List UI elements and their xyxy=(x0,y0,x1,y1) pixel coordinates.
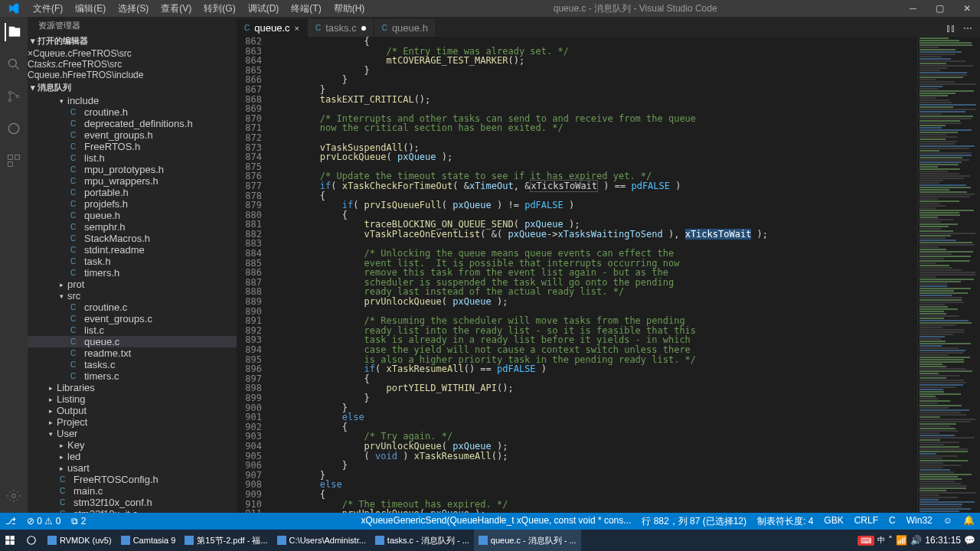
file-item[interactable]: Ccroutine.c xyxy=(28,302,237,313)
folder-item[interactable]: ▸ led xyxy=(28,451,237,462)
code-editor[interactable]: { /* Entry time was already set. */ mtCO… xyxy=(271,37,917,513)
folder-item[interactable]: ▸ Listing xyxy=(28,393,237,405)
notifications-icon[interactable]: 💬 xyxy=(964,535,975,546)
open-editor-item[interactable]: Cqueue.hFreeTROS\include xyxy=(28,70,237,80)
status-item[interactable]: ⧉ 2 xyxy=(66,516,91,527)
taskbar-item[interactable]: tasks.c - 消息队列 - ... xyxy=(371,530,474,551)
file-item[interactable]: CFreeRTOSConfig.h xyxy=(28,474,237,485)
taskbar-item[interactable]: C:\Users\Administr... xyxy=(273,530,371,551)
open-editor-item[interactable]: ×Cqueue.cFreeTROS\src xyxy=(28,48,237,59)
menu-item[interactable]: 终端(T) xyxy=(285,2,327,15)
menu-item[interactable]: 查看(V) xyxy=(155,2,198,15)
file-item[interactable]: CFreeRTOS.h xyxy=(28,141,237,152)
project-header[interactable]: ▾ 消息队列 xyxy=(28,80,237,95)
tray-vol-icon[interactable]: 🔊 xyxy=(910,535,922,546)
taskbar-item[interactable]: Camtasia 9 xyxy=(116,530,181,551)
status-item[interactable]: ⊘ 0 ⚠ 0 xyxy=(21,516,66,527)
file-item[interactable]: Ctask.h xyxy=(28,256,237,267)
file-item[interactable]: Clist.c xyxy=(28,324,237,336)
status-item[interactable]: 🔔 xyxy=(958,515,980,528)
close-icon[interactable]: ✕ xyxy=(953,0,980,17)
taskbar-time[interactable]: 16:31:15 xyxy=(925,535,961,546)
file-item[interactable]: Cstdint.readme xyxy=(28,244,237,256)
status-item[interactable]: GBK xyxy=(818,515,848,528)
more-icon[interactable]: ⋯ xyxy=(963,23,972,34)
start-icon[interactable] xyxy=(0,530,20,551)
svg-point-3 xyxy=(8,99,11,101)
taskbar-item[interactable]: 第15节-2.pdf - 福... xyxy=(180,530,272,551)
status-item[interactable]: Win32 xyxy=(901,515,938,528)
editor-tab[interactable]: Cqueue.h xyxy=(374,19,436,37)
folder-item[interactable]: ▸ Output xyxy=(28,405,237,416)
file-item[interactable]: Creadme.txt xyxy=(28,347,237,359)
folder-item[interactable]: ▸ Key xyxy=(28,439,237,451)
status-item[interactable]: ☺ xyxy=(938,515,958,528)
svg-rect-8 xyxy=(8,162,13,167)
file-item[interactable]: Cprojdefs.h xyxy=(28,198,237,210)
editor-tab[interactable]: Ctasks.c xyxy=(308,19,374,37)
menu-item[interactable]: 编辑(E) xyxy=(69,2,112,15)
open-editor-item[interactable]: Ctasks.cFreeTROS\src xyxy=(28,59,237,70)
svg-rect-11 xyxy=(11,536,15,540)
svg-point-4 xyxy=(16,95,18,97)
debug-icon[interactable] xyxy=(5,119,23,138)
file-item[interactable]: Cportable.h xyxy=(28,187,237,198)
min-icon[interactable]: ─ xyxy=(900,0,926,17)
file-item[interactable]: Cdeprecated_definitions.h xyxy=(28,118,237,129)
folder-item[interactable]: ▾ src xyxy=(28,290,237,302)
file-item[interactable]: Ccroutine.h xyxy=(28,106,237,118)
tray-up-icon[interactable]: ˄ xyxy=(888,535,893,546)
explorer-icon[interactable] xyxy=(5,23,23,41)
file-item[interactable]: Cqueue.h xyxy=(28,210,237,221)
minimap[interactable] xyxy=(917,37,980,513)
folder-item[interactable]: ▾ User xyxy=(28,428,237,439)
taskbar-item[interactable]: queue.c - 消息队列 - ... xyxy=(474,530,581,551)
file-item[interactable]: Ctasks.c xyxy=(28,359,237,370)
max-icon[interactable]: ▢ xyxy=(926,0,953,17)
windows-taskbar: RVMDK (uv5)Camtasia 9第15节-2.pdf - 福...C:… xyxy=(0,530,980,551)
folder-item[interactable]: ▸ prot xyxy=(28,279,237,290)
status-item[interactable]: CRLF xyxy=(849,515,884,528)
file-item[interactable]: Cqueue.c xyxy=(28,336,237,347)
file-item[interactable]: Cevent_groups.c xyxy=(28,313,237,324)
split-icon[interactable]: ⫿⫿ xyxy=(946,23,956,34)
file-item[interactable]: Cevent_groups.h xyxy=(28,129,237,141)
source-control-icon[interactable] xyxy=(5,87,23,106)
tray-net-icon[interactable]: 📶 xyxy=(896,535,907,546)
extensions-icon[interactable] xyxy=(5,152,23,170)
file-item[interactable]: Cstm32f10x_conf.h xyxy=(28,497,237,508)
menu-item[interactable]: 转到(G) xyxy=(198,2,241,15)
folder-item[interactable]: ▸ Project xyxy=(28,416,237,428)
status-item[interactable]: ⎇ xyxy=(0,516,21,527)
open-editors-header[interactable]: ▾ 打开的编辑器 xyxy=(28,34,237,48)
svg-point-5 xyxy=(8,123,18,133)
file-item[interactable]: Csemphr.h xyxy=(28,221,237,233)
breadcrumb[interactable]: xQueueGenericSend(QueueHandle_t xQueue, … xyxy=(355,515,636,528)
menu-item[interactable]: 调试(D) xyxy=(242,2,286,15)
file-item[interactable]: Cmpu_wrappers.h xyxy=(28,175,237,187)
file-item[interactable]: Ctimers.h xyxy=(28,267,237,279)
file-item[interactable]: Cmain.c xyxy=(28,485,237,497)
status-item[interactable]: 制表符长度: 4 xyxy=(752,515,818,528)
menu-item[interactable]: 选择(S) xyxy=(112,2,155,15)
search-icon[interactable] xyxy=(5,55,23,73)
tray-ime-icon[interactable]: ⌨ xyxy=(858,536,874,546)
file-item[interactable]: Cmpu_prototypes.h xyxy=(28,164,237,175)
gear-icon[interactable] xyxy=(5,487,23,505)
editor-tab[interactable]: Cqueue.c× xyxy=(237,19,308,37)
folder-item[interactable]: ▾ include xyxy=(28,95,237,106)
file-item[interactable]: CStackMacros.h xyxy=(28,233,237,244)
file-item[interactable]: Ctimers.c xyxy=(28,370,237,382)
svg-rect-12 xyxy=(5,541,9,545)
folder-item[interactable]: ▸ Libraries xyxy=(28,382,237,393)
folder-item[interactable]: ▸ usart xyxy=(28,462,237,474)
status-item[interactable]: C xyxy=(884,515,901,528)
cortana-icon[interactable] xyxy=(21,530,41,551)
taskbar-item[interactable]: RVMDK (uv5) xyxy=(43,530,116,551)
tray-lang-icon[interactable]: 中 xyxy=(877,535,885,546)
menu-item[interactable]: 帮助(H) xyxy=(328,2,371,15)
menu-item[interactable]: 文件(F) xyxy=(27,2,69,15)
file-item[interactable]: Clist.h xyxy=(28,152,237,164)
svg-rect-13 xyxy=(11,541,15,545)
status-item[interactable]: 行 882，列 87 (已选择12) xyxy=(636,515,752,528)
